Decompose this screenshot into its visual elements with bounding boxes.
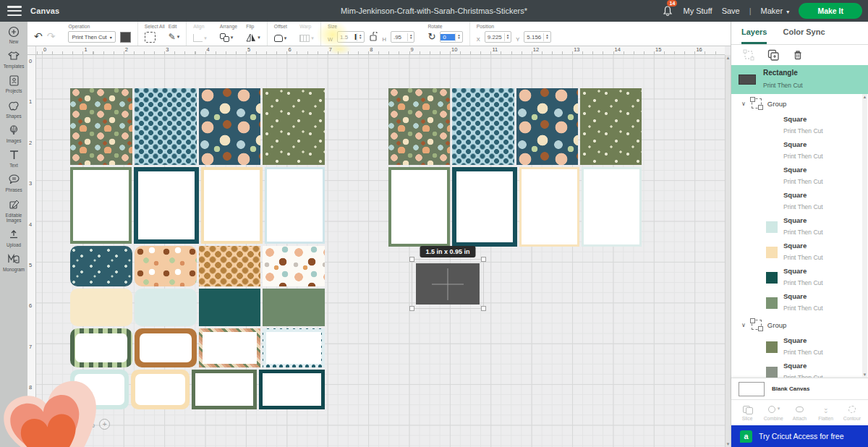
sticker-tile[interactable]	[516, 88, 578, 165]
sidebar-item-images[interactable]: Images	[0, 125, 27, 143]
layer-row-selected[interactable]: RectanglePrint Then Cut	[731, 65, 868, 94]
layer-row[interactable]: SquarePrint Then Cut	[731, 290, 868, 315]
sidebar-item-phrases[interactable]: Phrases	[0, 174, 27, 192]
sticker-tile[interactable]	[388, 88, 450, 165]
notifications-bell-icon[interactable]: 14	[662, 5, 673, 17]
flip-button[interactable]: ▾	[246, 33, 260, 43]
sticker-tile[interactable]	[70, 289, 132, 326]
sticker-tile[interactable]	[70, 370, 129, 409]
height-input[interactable]: .95▲▼	[391, 31, 414, 43]
position-y-input[interactable]: 5.156▲▼	[524, 31, 551, 43]
contour-button[interactable]: Contour	[840, 405, 864, 421]
width-input[interactable]: 1.5I▲▼	[337, 31, 365, 43]
sticker-tile[interactable]	[263, 88, 325, 165]
layer-row[interactable]: SquarePrint Then Cut	[731, 265, 868, 290]
canvas-vertical-scrollbar[interactable]: ▲▼	[725, 55, 731, 447]
make-it-button[interactable]: Make It	[799, 3, 862, 19]
sticker-tile[interactable]	[70, 246, 132, 286]
sticker-tile[interactable]	[199, 328, 261, 367]
sticker-tile[interactable]	[263, 289, 325, 326]
sticker-tile[interactable]	[70, 328, 132, 367]
select-all-button[interactable]	[145, 32, 156, 43]
duplicate-icon[interactable]	[767, 49, 779, 61]
sticker-tile[interactable]	[70, 88, 132, 165]
sidebar-item-templates[interactable]: Templates	[0, 51, 27, 69]
layer-row[interactable]: SquarePrint Then Cut	[731, 334, 868, 359]
height-stepper[interactable]: ▲▼	[407, 33, 414, 41]
sticker-tile[interactable]	[263, 246, 325, 286]
tab-color-sync[interactable]: Color Sync	[783, 22, 825, 44]
sticker-tile[interactable]	[135, 328, 197, 367]
position-x-stepper[interactable]: ▲▼	[504, 33, 511, 41]
sidebar-item-upload[interactable]: Upload	[0, 229, 27, 247]
sidebar-item-projects[interactable]: Projects	[0, 75, 27, 93]
save-link[interactable]: Save	[722, 7, 740, 15]
sidebar-item-shapes[interactable]: Shapes	[0, 101, 27, 119]
resize-handle[interactable]	[481, 306, 486, 311]
sticker-tile[interactable]	[452, 167, 516, 247]
operation-select[interactable]: Print Then Cut▾	[68, 31, 115, 43]
position-y-stepper[interactable]: ▲▼	[543, 33, 550, 41]
sticker-tile[interactable]	[131, 370, 190, 409]
sticker-tile[interactable]	[263, 328, 325, 367]
chevron-down-icon[interactable]: ∨	[741, 322, 746, 328]
resize-handle[interactable]	[409, 257, 414, 262]
layer-row[interactable]: SquarePrint Then Cut	[731, 189, 868, 214]
sticker-tile[interactable]	[135, 289, 197, 326]
lock-open-icon[interactable]	[370, 32, 378, 41]
zoom-in-button[interactable]: +	[99, 419, 110, 430]
sticker-tile[interactable]	[580, 88, 642, 165]
sticker-tile[interactable]	[259, 370, 325, 409]
trash-icon[interactable]	[792, 49, 804, 61]
slice-button[interactable]: Slice	[735, 405, 760, 421]
resize-handle[interactable]	[409, 306, 414, 311]
sticker-tile[interactable]	[199, 246, 261, 286]
sticker-tile[interactable]	[265, 167, 325, 244]
my-stuff-link[interactable]: My Stuff	[683, 7, 712, 15]
sticker-tile[interactable]	[134, 167, 198, 244]
sticker-tile[interactable]	[199, 289, 261, 326]
flatten-button[interactable]: ⌄⌄Flatten	[814, 405, 838, 421]
layers-scrollbar[interactable]: ▲▼	[862, 94, 867, 378]
layer-row[interactable]: SquarePrint Then Cut	[731, 214, 868, 239]
combine-button[interactable]: Combine	[761, 405, 786, 421]
sidebar-item-new[interactable]: New	[0, 26, 27, 44]
arrange-button[interactable]: ▾	[220, 33, 234, 43]
chevron-down-icon[interactable]: ∨	[741, 101, 746, 107]
undo-button[interactable]: ↶	[34, 30, 43, 43]
rotate-input[interactable]: 0▲▼	[440, 31, 462, 43]
align-button[interactable]: ▾	[193, 34, 207, 43]
layer-row[interactable]: SquarePrint Then Cut	[731, 138, 868, 163]
sidebar-item-monogram[interactable]: Monogram	[0, 254, 27, 272]
cricut-access-banner[interactable]: a Try Cricut Access for free	[731, 425, 868, 447]
layer-group-header[interactable]: ∨Group	[731, 315, 868, 334]
canvas-region[interactable]: 1.5 in x 0.95 in − 125% +	[36, 55, 725, 447]
hamburger-menu-icon[interactable]	[7, 6, 22, 16]
group-icon[interactable]	[743, 49, 754, 61]
edit-button[interactable]: ✎▾	[169, 32, 180, 43]
sticker-tile[interactable]	[192, 370, 258, 409]
layer-row[interactable]: SquarePrint Then Cut	[731, 239, 868, 265]
resize-handle[interactable]	[481, 257, 486, 262]
sticker-tile[interactable]	[388, 167, 450, 247]
sticker-tile[interactable]	[519, 167, 579, 247]
sticker-tile[interactable]	[135, 88, 197, 165]
layer-row[interactable]: SquarePrint Then Cut	[731, 359, 868, 378]
redo-button[interactable]: ↷	[47, 30, 56, 43]
blank-canvas-row[interactable]: Blank Canvas	[731, 378, 868, 399]
machine-selector[interactable]: Maker ▾	[761, 7, 790, 15]
rotate-icon[interactable]: ↻	[427, 31, 435, 43]
sticker-tile[interactable]	[199, 88, 261, 165]
sticker-tile[interactable]	[582, 167, 642, 247]
zoom-out-button[interactable]: −	[59, 419, 70, 430]
color-swatch[interactable]	[120, 32, 131, 43]
layer-row[interactable]: SquarePrint Then Cut	[731, 113, 868, 138]
sticker-tile[interactable]	[201, 167, 263, 244]
layer-group-header[interactable]: ∨Group	[731, 94, 868, 113]
attach-button[interactable]: Attach	[787, 405, 812, 421]
offset-button[interactable]: ▾	[274, 35, 287, 43]
selected-rectangle[interactable]: 1.5 in x 0.95 in	[416, 263, 480, 305]
sticker-tile[interactable]	[135, 246, 197, 286]
width-stepper[interactable]: ▲▼	[357, 33, 363, 41]
position-x-input[interactable]: 9.225▲▼	[485, 31, 512, 43]
